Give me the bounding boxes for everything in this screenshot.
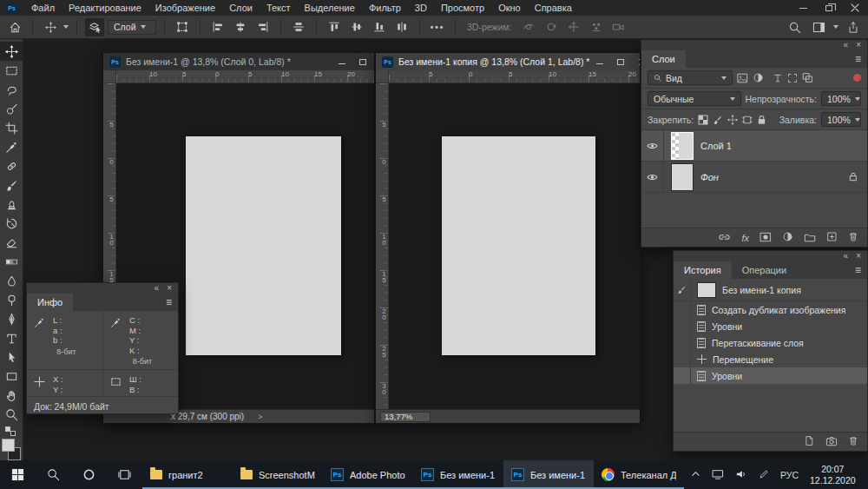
menu-item[interactable]: 3D [408, 3, 434, 13]
ruler-origin-corner[interactable] [376, 70, 389, 83]
shape-filter-button[interactable] [787, 73, 798, 83]
layer-name[interactable]: Фон [700, 172, 719, 182]
panel-menu-icon[interactable]: ≡ [855, 53, 861, 65]
layer-effects-button[interactable]: fx [741, 233, 749, 243]
menu-item[interactable]: Файл [24, 3, 62, 13]
history-state[interactable]: Уровни [674, 318, 867, 334]
pen-icon[interactable] [759, 469, 769, 481]
doc-restore-button[interactable] [358, 56, 368, 67]
distribute-h-button[interactable] [392, 18, 411, 36]
dodge-tool[interactable] [0, 290, 23, 309]
document-1-page[interactable] [186, 136, 341, 355]
tray-chevron-up-icon[interactable] [691, 469, 700, 480]
layer-thumbnail[interactable] [671, 163, 694, 191]
workspace-switcher-button[interactable] [809, 18, 828, 36]
lock-position-button[interactable] [727, 115, 738, 125]
pen-tool[interactable] [0, 309, 23, 328]
document-1-titlebar[interactable]: Ps Без имени-1 @ 13,8% (Слой 0, Lab/8) * [103, 53, 374, 70]
blur-tool[interactable] [0, 271, 23, 290]
opacity-input[interactable]: 100% [821, 91, 861, 106]
new-group-button[interactable] [804, 232, 816, 244]
layer-row-layer1[interactable]: Слой 1 [641, 130, 867, 162]
taskbar-app-button[interactable]: Adobe Photos... [323, 460, 413, 489]
lock-transparent-button[interactable] [698, 115, 708, 125]
panel-menu-icon[interactable]: ≡ [166, 296, 172, 308]
doc-minimize-button[interactable] [337, 56, 347, 67]
collapse-panel-icon[interactable]: « [844, 41, 849, 50]
history-snapshot-row[interactable]: Без имени-1 копия [674, 279, 867, 301]
home-button[interactable] [5, 18, 24, 36]
align-top-button[interactable] [325, 18, 344, 36]
transform-controls-toggle[interactable] [173, 18, 192, 36]
zoom-tool[interactable] [0, 405, 23, 424]
more-align-options-button[interactable]: ••• [428, 18, 447, 36]
tab-history[interactable]: История [674, 261, 732, 279]
collapse-panel-icon[interactable]: « [844, 252, 849, 261]
3d-roll-button[interactable] [542, 18, 561, 36]
taskbar-search-button[interactable] [36, 460, 71, 489]
zoom-level-input[interactable]: 13,77% [380, 412, 431, 422]
eyedropper-icon[interactable] [34, 315, 45, 346]
history-brush-source-cell[interactable] [674, 367, 691, 384]
layer-mask-button[interactable] [760, 232, 772, 244]
history-brush-source-cell[interactable] [674, 334, 691, 351]
horizontal-ruler[interactable]: 50510152025 [389, 70, 640, 83]
share-button[interactable] [844, 18, 863, 36]
ruler-origin-corner[interactable] [103, 70, 116, 83]
eraser-tool[interactable] [0, 233, 23, 252]
layer-visibility-toggle[interactable] [641, 162, 664, 192]
foreground-color-swatch[interactable] [2, 439, 15, 452]
adjustment-filter-button[interactable] [753, 72, 764, 83]
tab-actions[interactable]: Операции [732, 261, 797, 279]
distribute-v-button[interactable] [289, 18, 308, 36]
start-button[interactable] [0, 460, 36, 489]
layer-thumbnail[interactable] [671, 132, 694, 160]
history-brush-source-cell[interactable] [674, 351, 691, 367]
menu-item[interactable]: Редактирование [62, 3, 148, 13]
history-state[interactable]: Уровни [674, 367, 867, 384]
layer-name[interactable]: Слой 1 [700, 141, 732, 151]
close-panel-icon[interactable]: × [856, 41, 861, 50]
taskbar-app-button[interactable]: Без имени-1 к... [503, 460, 594, 489]
lock-artboard-button[interactable] [742, 115, 753, 125]
delete-layer-button[interactable] [848, 231, 858, 244]
auto-select-button[interactable] [85, 18, 104, 36]
history-brush-source-cell[interactable] [674, 279, 691, 301]
vertical-ruler[interactable]: 505101520253035 [376, 83, 389, 409]
tab-layers[interactable]: Слои [641, 50, 686, 68]
smart-object-filter-button[interactable] [802, 72, 813, 83]
align-center-v-button[interactable] [347, 18, 366, 36]
spot-healing-brush-tool[interactable] [0, 156, 23, 175]
path-selection-tool[interactable] [0, 347, 23, 367]
network-icon[interactable] [712, 469, 724, 481]
close-panel-icon[interactable]: × [167, 284, 172, 293]
move-tool[interactable] [0, 42, 23, 61]
chevron-down-icon[interactable] [63, 25, 69, 29]
menu-item[interactable]: Просмотр [434, 3, 491, 13]
align-right-button[interactable] [253, 18, 273, 36]
quick-selection-tool[interactable] [0, 99, 23, 118]
align-left-button[interactable] [208, 18, 227, 36]
new-layer-button[interactable] [826, 231, 838, 244]
hand-tool[interactable] [0, 386, 23, 405]
tab-info[interactable]: Инфо [27, 294, 73, 311]
align-center-h-button[interactable] [231, 18, 250, 36]
type-tool[interactable] [0, 328, 23, 347]
close-panel-icon[interactable]: × [856, 252, 861, 261]
restore-button[interactable] [816, 0, 842, 16]
history-brush-source-cell[interactable] [674, 301, 691, 318]
horizontal-ruler[interactable]: 1050510152025 [116, 70, 374, 83]
close-button[interactable] [842, 0, 868, 16]
swap-colors-button[interactable] [0, 426, 23, 435]
new-snapshot-button[interactable] [825, 436, 838, 448]
brush-tool[interactable] [0, 175, 23, 195]
history-state[interactable]: Перетаскивание слоя [674, 334, 867, 351]
3d-pan-button[interactable] [564, 18, 583, 36]
pixel-filter-button[interactable] [737, 73, 748, 83]
new-document-from-state-button[interactable] [804, 435, 815, 448]
history-state[interactable]: Создать дубликат изображения [674, 301, 867, 318]
history-state[interactable]: Перемещение [674, 351, 867, 367]
3d-slide-button[interactable] [587, 18, 606, 36]
panel-menu-icon[interactable]: ≡ [855, 264, 861, 276]
clone-stamp-tool[interactable] [0, 195, 23, 214]
